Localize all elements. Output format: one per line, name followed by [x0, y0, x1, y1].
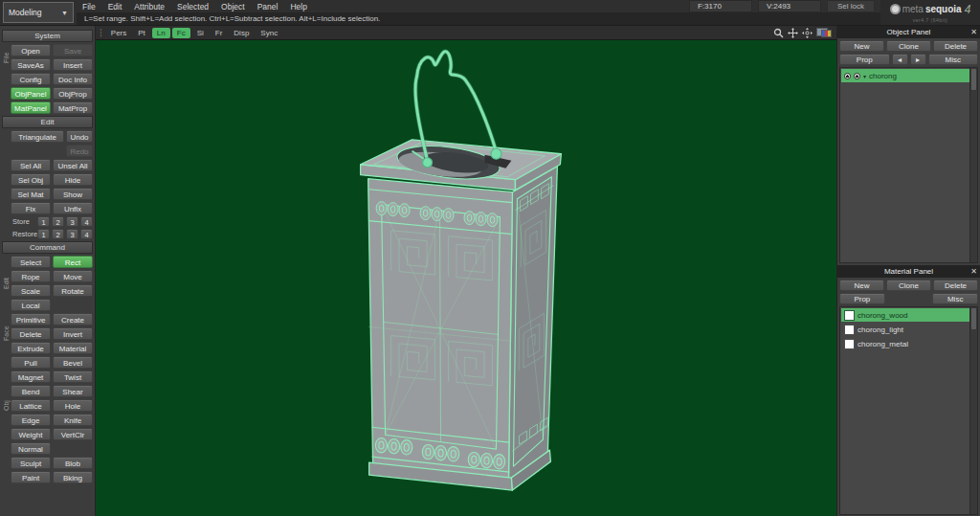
sidebar-button[interactable]: Save: [53, 44, 93, 56]
close-icon[interactable]: ✕: [970, 26, 977, 38]
object-row[interactable]: ▾ chorong: [841, 69, 969, 82]
command-button[interactable]: Rope: [11, 270, 51, 282]
command-button[interactable]: Move: [53, 270, 93, 282]
command-button[interactable]: Shear: [53, 385, 93, 397]
view-toggle[interactable]: Ln: [152, 28, 170, 38]
menu-item[interactable]: Edit: [108, 2, 122, 11]
mode-selector[interactable]: Modeling ▼: [3, 2, 74, 23]
zoom-icon[interactable]: [773, 28, 784, 38]
visibility-eye-icon[interactable]: [844, 73, 851, 79]
sidebar-button[interactable]: Doc Info: [53, 73, 93, 85]
undo-button[interactable]: Undo: [66, 130, 93, 143]
material-action-button[interactable]: Delete: [933, 280, 978, 291]
scrollbar-thumb[interactable]: [971, 308, 976, 329]
command-button[interactable]: Magnet: [11, 370, 51, 383]
close-icon[interactable]: ✕: [970, 265, 977, 278]
sidebar-button[interactable]: Unfix: [53, 202, 93, 214]
menu-item[interactable]: Object: [221, 2, 245, 11]
command-button[interactable]: VertClr: [53, 428, 93, 440]
view-toggle[interactable]: Fr: [211, 28, 228, 38]
command-button[interactable]: Bevel: [53, 356, 93, 369]
command-button[interactable]: Hole: [53, 399, 93, 412]
command-button[interactable]: Bend: [11, 385, 51, 397]
material-swatch[interactable]: [844, 339, 855, 349]
sidebar-button[interactable]: Sel All: [11, 159, 51, 171]
command-button[interactable]: Local: [11, 299, 51, 311]
command-button[interactable]: Bking: [53, 471, 93, 483]
store-slot[interactable]: 3: [66, 216, 78, 227]
command-button[interactable]: Extrude: [11, 342, 51, 354]
menu-item[interactable]: Panel: [257, 2, 278, 11]
command-button[interactable]: Rotate: [53, 284, 93, 297]
hierarchy-right-button[interactable]: ▸: [910, 54, 926, 65]
command-button[interactable]: Invert: [53, 327, 93, 340]
restore-slot[interactable]: 3: [66, 229, 78, 239]
command-button[interactable]: Edge: [11, 414, 51, 426]
view-toggle[interactable]: Disp: [229, 28, 254, 38]
command-button[interactable]: Blob: [53, 457, 93, 469]
material-prop-button[interactable]: Prop: [839, 293, 885, 304]
sidebar-button[interactable]: Open: [11, 44, 51, 56]
object-prop-button[interactable]: Prop: [839, 54, 890, 65]
command-button[interactable]: Weight: [11, 428, 51, 440]
command-button[interactable]: Create: [53, 313, 93, 325]
view-toggle[interactable]: Fc: [172, 28, 190, 38]
command-button[interactable]: Normal: [11, 442, 51, 455]
sidebar-button[interactable]: Unsel All: [53, 159, 93, 171]
command-button[interactable]: Knife: [53, 414, 93, 426]
store-slot[interactable]: 1: [37, 216, 50, 227]
store-slot[interactable]: 2: [52, 216, 64, 227]
object-action-button[interactable]: Delete: [933, 40, 978, 52]
sidebar-button[interactable]: Hide: [53, 173, 93, 186]
material-swatch[interactable]: [844, 310, 855, 321]
sidebar-button[interactable]: MatPanel: [11, 101, 51, 114]
command-button[interactable]: Paint: [11, 471, 51, 483]
menu-item[interactable]: Attribute: [134, 2, 165, 11]
material-misc-button[interactable]: Misc: [932, 293, 978, 304]
redo-button[interactable]: Redo: [66, 145, 93, 157]
pan-icon[interactable]: [788, 28, 798, 38]
menu-item[interactable]: Help: [290, 2, 306, 11]
object-misc-button[interactable]: Misc: [928, 54, 979, 65]
object-action-button[interactable]: Clone: [886, 40, 931, 52]
command-button[interactable]: Lattice: [11, 399, 51, 412]
view-toggle[interactable]: Pers: [106, 28, 131, 38]
sidebar-button[interactable]: ObjPanel: [11, 87, 51, 100]
menu-item[interactable]: File: [82, 2, 96, 11]
sidebar-button[interactable]: Config: [11, 73, 51, 85]
view-toggle[interactable]: Pt: [133, 28, 150, 38]
sidebar-button[interactable]: ObjProp: [53, 87, 93, 100]
command-button[interactable]: Select: [11, 256, 51, 268]
material-action-button[interactable]: Clone: [886, 280, 931, 291]
material-row[interactable]: chorong_wood: [841, 308, 969, 322]
menu-item[interactable]: Selected: [177, 2, 209, 11]
command-button[interactable]: Scale: [11, 284, 51, 297]
visibility-eye-icon[interactable]: [854, 73, 860, 79]
sidebar-button[interactable]: MatProp: [53, 101, 93, 114]
triangulate-button[interactable]: Triangulate: [11, 130, 64, 143]
material-row[interactable]: chorong_light: [841, 323, 969, 336]
sidebar-button[interactable]: Show: [53, 188, 93, 200]
command-button[interactable]: Twist: [53, 370, 93, 383]
sidebar-button[interactable]: SaveAs: [11, 58, 51, 71]
sidebar-button[interactable]: Insert: [53, 58, 93, 71]
command-button[interactable]: Material: [53, 342, 93, 354]
hierarchy-left-button[interactable]: ◂: [892, 54, 908, 65]
viewport-canvas[interactable]: [96, 40, 836, 516]
toolbar-grip[interactable]: ┆: [96, 29, 106, 37]
store-slot[interactable]: 4: [80, 216, 93, 227]
restore-slot[interactable]: 2: [52, 229, 64, 239]
restore-slot[interactable]: 4: [80, 229, 93, 239]
command-button[interactable]: Primitive: [11, 313, 51, 325]
command-button[interactable]: Rect: [53, 256, 93, 268]
sidebar-button[interactable]: Fix: [11, 202, 51, 214]
object-action-button[interactable]: New: [839, 40, 884, 52]
scrollbar-thumb[interactable]: [971, 69, 976, 90]
expand-icon[interactable]: ▾: [863, 73, 866, 79]
sidebar-button[interactable]: Sel Obj: [11, 173, 51, 186]
material-list-scrollbar[interactable]: [969, 307, 977, 514]
command-button[interactable]: Sculpt: [11, 457, 51, 469]
material-swatch[interactable]: [844, 325, 855, 335]
restore-slot[interactable]: 1: [37, 229, 50, 239]
view-toggle[interactable]: Sync: [256, 28, 282, 38]
